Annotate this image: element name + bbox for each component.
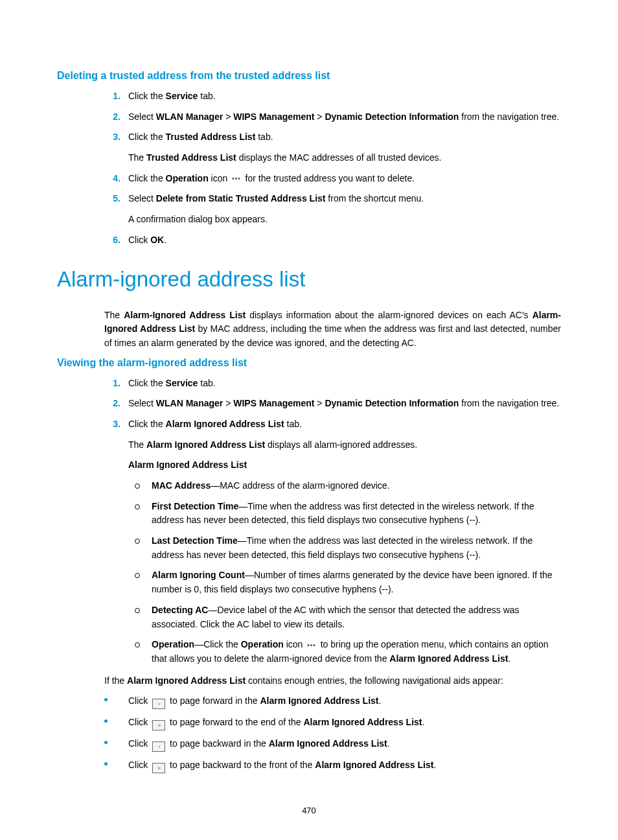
bold: Service bbox=[166, 378, 198, 388]
bold: Alarm Ignored Address List bbox=[315, 760, 433, 770]
bold: Alarm Ignored Address List bbox=[303, 717, 422, 727]
page-number: 470 bbox=[0, 806, 618, 815]
text: Click bbox=[128, 695, 150, 706]
text: —Click the bbox=[194, 639, 241, 649]
bold: Operation bbox=[152, 639, 194, 649]
text: Click bbox=[128, 738, 150, 749]
step-text: tab. bbox=[284, 419, 302, 429]
field-item: Alarm Ignoring Count—Number of times ala… bbox=[128, 568, 561, 596]
step-text: Select bbox=[128, 398, 156, 408]
nav-item: Click ‹ to page backward in the Alarm Ig… bbox=[57, 737, 561, 752]
bullet-icon bbox=[135, 608, 140, 613]
step-text: Click the bbox=[128, 132, 166, 142]
nav-item: Click « to page backward to the front of… bbox=[57, 758, 561, 773]
text: to page forward in the bbox=[167, 695, 260, 706]
bullet-icon bbox=[135, 484, 140, 489]
bold: Alarm Ignored Address List bbox=[166, 419, 284, 429]
step-text: Select bbox=[128, 111, 156, 122]
bullet-icon bbox=[135, 573, 140, 578]
step-4: 4. Click the Operation icon ••• for the … bbox=[57, 172, 561, 186]
bullet-icon bbox=[104, 762, 108, 765]
step-3: 3. Click the Alarm Ignored Address List … bbox=[57, 417, 561, 666]
page-last-icon: » bbox=[152, 720, 165, 730]
bold: Trusted Address List bbox=[166, 132, 256, 142]
field-item: First Detection Time—Time when the addre… bbox=[128, 500, 561, 528]
field-item: Last Detection Time—Time when the addres… bbox=[128, 534, 561, 562]
text: to page backward to the front of the bbox=[167, 760, 315, 770]
field-list: MAC Address—MAC address of the alarm-ign… bbox=[128, 479, 561, 666]
step-text: > bbox=[314, 398, 325, 408]
bold: Alarm Ignored Address List bbox=[260, 695, 378, 706]
step-text: . bbox=[164, 235, 166, 245]
bold: Alarm Ignored Address List bbox=[146, 439, 265, 450]
step-text: > bbox=[314, 111, 325, 122]
step-1: 1. Click the Service tab. bbox=[57, 89, 561, 104]
text: . bbox=[422, 717, 424, 727]
bullet-icon bbox=[135, 539, 140, 544]
step-text: Click bbox=[128, 235, 150, 245]
step-number: 3. bbox=[101, 130, 120, 145]
step-2: 2. Select WLAN Manager > WIPS Management… bbox=[57, 397, 561, 411]
bold: Operation bbox=[166, 173, 209, 183]
step-note: A confirmation dialog box appears. bbox=[128, 213, 561, 227]
bullet-icon bbox=[135, 504, 140, 509]
bold: Last Detection Time bbox=[152, 535, 238, 546]
bold: Operation bbox=[241, 639, 284, 649]
bold: WLAN Manager bbox=[156, 398, 223, 408]
bold: Alarm Ignored Address List bbox=[127, 675, 246, 686]
document-page: Deleting a trusted address from the trus… bbox=[0, 0, 618, 840]
heading-alarm-ignored: Alarm-ignored address list bbox=[57, 267, 561, 292]
bullet-icon bbox=[104, 698, 108, 701]
step-text: for the trusted address you want to dele… bbox=[243, 173, 415, 183]
text: displays information about the alarm-ign… bbox=[246, 310, 532, 320]
step-text: Click the bbox=[128, 419, 166, 429]
step-text: icon bbox=[209, 173, 230, 183]
bold: MAC Address bbox=[152, 480, 211, 491]
bullet-icon bbox=[135, 642, 140, 648]
text: The bbox=[104, 310, 124, 320]
field-item: Detecting AC—Device label of the AC with… bbox=[128, 603, 561, 631]
intro-paragraph: The Alarm-Ignored Address List displays … bbox=[57, 309, 561, 351]
text: If the bbox=[104, 675, 127, 686]
bullet-icon bbox=[104, 741, 108, 744]
step-text: Click the bbox=[128, 173, 166, 183]
bold: Trusted Address List bbox=[146, 152, 236, 163]
step-number: 4. bbox=[101, 172, 120, 186]
step-1: 1. Click the Service tab. bbox=[57, 377, 561, 391]
ellipsis-icon: ••• bbox=[232, 174, 241, 184]
step-2: 2. Select WLAN Manager > WIPS Management… bbox=[57, 110, 561, 124]
step-5: 5. Select Delete from Static Trusted Add… bbox=[57, 192, 561, 226]
step-text: Click the bbox=[128, 91, 166, 101]
step-number: 2. bbox=[101, 397, 120, 411]
text: Click bbox=[128, 760, 150, 770]
step-text: from the shortcut menu. bbox=[325, 193, 424, 204]
bold: WIPS Management bbox=[233, 111, 314, 122]
bold: First Detection Time bbox=[152, 501, 238, 511]
bold: Delete from Static Trusted Address List bbox=[156, 193, 326, 204]
bold: Alarm Ignoring Count bbox=[152, 570, 245, 580]
step-text: Select bbox=[128, 193, 156, 204]
text: . bbox=[387, 738, 390, 749]
text: contains enough entries, the following n… bbox=[246, 675, 503, 686]
step-number: 6. bbox=[101, 233, 120, 248]
nav-item: Click » to page forward to the end of th… bbox=[57, 716, 561, 730]
bold: WIPS Management bbox=[233, 398, 314, 408]
step-text: > bbox=[223, 398, 233, 408]
bold: Service bbox=[166, 91, 198, 101]
bullet-icon bbox=[104, 719, 108, 723]
ellipsis-icon: ••• bbox=[307, 640, 316, 651]
text: . bbox=[379, 695, 382, 706]
step-number: 1. bbox=[101, 89, 120, 104]
bold: WLAN Manager bbox=[156, 111, 223, 122]
text: to page forward to the end of the bbox=[167, 717, 303, 727]
step-text: tab. bbox=[198, 378, 215, 388]
step-number: 3. bbox=[101, 417, 120, 432]
bold: Alarm-Ignored Address List bbox=[124, 310, 246, 320]
page-prev-icon: ‹ bbox=[152, 741, 165, 752]
steps-delete-trusted: 1. Click the Service tab. 2. Select WLAN… bbox=[57, 89, 561, 248]
text: The bbox=[128, 439, 146, 450]
nav-item: Click › to page forward in the Alarm Ign… bbox=[57, 694, 561, 709]
text: displays all alarm-ignored addresses. bbox=[265, 439, 417, 450]
nav-list: Click › to page forward in the Alarm Ign… bbox=[57, 694, 561, 773]
text: . bbox=[508, 653, 510, 664]
